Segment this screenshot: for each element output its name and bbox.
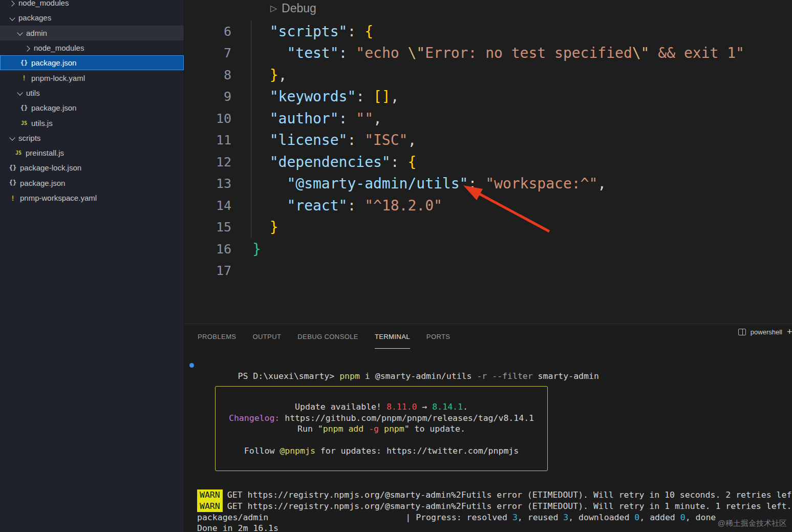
token: Update available! <box>295 402 387 412</box>
token: , <box>597 175 606 192</box>
token: Error: no test specified <box>425 45 632 61</box>
token <box>252 110 270 127</box>
token: : <box>468 175 485 192</box>
tree-item-package.json[interactable]: {}package.json <box>0 100 184 115</box>
file-label: package-lock.json <box>20 163 81 172</box>
tree-item-utils[interactable]: utils <box>0 86 184 100</box>
tree-item-package.json[interactable]: {}package.json <box>0 176 184 190</box>
warn-messages: WARNGET https://registry.npmjs.org/@smar… <box>197 490 792 512</box>
code-line-11[interactable]: 11 "license": "ISC", <box>184 130 792 152</box>
code-text: "scripts": { <box>231 23 373 40</box>
code-line-12[interactable]: 12 "dependencies": { <box>184 151 792 173</box>
tree-item-packages[interactable]: packages <box>0 10 184 25</box>
tree-item-pnpm-lock.yaml[interactable]: !pnpm-lock.yaml <box>0 70 184 85</box>
debug-play-icon: ▷ <box>270 3 277 14</box>
tree-item-node-modules[interactable]: node_modules <box>0 0 184 10</box>
warning-icon: ! <box>8 194 17 202</box>
token: PS D:\xuexi\smarty> <box>238 371 339 381</box>
token: . <box>463 402 468 412</box>
json-icon: {} <box>8 164 17 172</box>
token: Changelog: <box>229 413 285 423</box>
command-indicator-dot <box>189 363 194 368</box>
js-icon: JS <box>14 150 23 156</box>
json-icon: {} <box>19 59 29 67</box>
token: @pnpmjs <box>280 446 315 456</box>
warn-badge: WARN <box>197 490 223 501</box>
token: packages/admin <box>197 513 268 522</box>
token: , done <box>686 513 716 522</box>
token: 3 <box>563 513 568 522</box>
code-line-6[interactable]: 6 "scripts": { <box>184 20 792 42</box>
line-number: 12 <box>184 155 231 169</box>
code-line-17[interactable]: 17 <box>184 260 792 282</box>
token: } <box>252 241 261 258</box>
code-line-8[interactable]: 8 }, <box>184 64 792 86</box>
token: , downloaded <box>568 513 634 522</box>
token: "keywords" <box>270 88 356 105</box>
token <box>252 67 270 83</box>
code-text: } <box>231 219 279 236</box>
line-number: 13 <box>184 176 231 191</box>
chevron-down-icon <box>8 14 16 22</box>
token: "echo <box>356 45 408 61</box>
token: for updates: https://twitter.com/pnpmjs <box>315 446 519 456</box>
progress-line: packages/admin | Progress: resolved 3, r… <box>197 512 716 523</box>
tree-item-package-lock.json[interactable]: {}package-lock.json <box>0 160 184 175</box>
tree-item-preinstall.js[interactable]: JSpreinstall.js <box>0 145 184 160</box>
token: " to update. <box>404 424 465 434</box>
file-label: packages <box>18 13 51 22</box>
code-area[interactable]: 6 "scripts": {7 "test": "echo \"Error: n… <box>184 20 792 282</box>
tree-item-package.json[interactable]: {}package.json <box>0 55 184 70</box>
tree-item-pnmp-workspace.yaml[interactable]: !pnmp-workspace.yaml <box>0 190 184 205</box>
code-text: } <box>231 241 261 258</box>
code-text: "test": "echo \"Error: no test specified… <box>231 45 744 61</box>
json-icon: {} <box>8 179 17 186</box>
vscode-window: node_modulespackagesadminnode_modules{}p… <box>0 0 792 532</box>
token: : <box>347 23 365 40</box>
code-line-16[interactable]: 16} <box>184 238 792 260</box>
file-label: package.json <box>31 103 76 112</box>
tree-item-admin[interactable]: admin <box>0 26 184 40</box>
token: } <box>270 219 279 236</box>
token: : <box>347 132 365 148</box>
token: , <box>279 67 287 83</box>
line-number: 9 <box>184 89 231 104</box>
file-label: preinstall.js <box>26 148 64 157</box>
token: "license" <box>270 132 348 148</box>
token: "@smarty-admin/utils" <box>287 175 468 192</box>
code-line-9[interactable]: 9 "keywords": [], <box>184 86 792 108</box>
file-label: scripts <box>18 134 40 142</box>
code-text: "react": "^18.2.0" <box>231 197 442 214</box>
token: "dependencies" <box>270 154 391 171</box>
update-notice-line: Follow @pnpmjs for updates: https://twit… <box>216 446 547 457</box>
code-line-13[interactable]: 13 "@smarty-admin/utils": "workspace:^", <box>184 173 792 195</box>
token <box>252 88 270 105</box>
tree-item-scripts[interactable]: scripts <box>0 131 184 145</box>
code-text: "license": "ISC", <box>231 132 416 148</box>
warning-icon: ! <box>19 74 29 82</box>
token: , <box>373 110 382 127</box>
code-line-10[interactable]: 10 "author": "", <box>184 108 792 130</box>
token: \" <box>632 45 650 61</box>
chevron-right-icon <box>24 44 32 52</box>
token: : <box>339 110 356 127</box>
chevron-down-icon <box>16 29 24 37</box>
tree-item-utils.js[interactable]: JSutils.js <box>0 115 184 130</box>
token: , <box>391 88 399 105</box>
token <box>252 154 270 171</box>
code-line-15[interactable]: 15 } <box>184 217 792 239</box>
editor-pane[interactable]: ▷ Debug 6 "scripts": {7 "test": "echo \"… <box>184 0 792 324</box>
code-line-14[interactable]: 14 "react": "^18.2.0" <box>184 195 792 217</box>
token: i @smarty-admin/utils <box>360 371 477 381</box>
file-label: pnpm-lock.yaml <box>31 74 85 82</box>
token: \" <box>408 45 425 61</box>
codelens-debug[interactable]: ▷ Debug <box>270 2 316 15</box>
code-line-7[interactable]: 7 "test": "echo \"Error: no test specifi… <box>184 42 792 65</box>
terminal-output[interactable]: PS D:\xuexi\smarty> pnpm i @smarty-admin… <box>184 324 792 532</box>
line-number: 17 <box>184 263 231 278</box>
tree-item-node-modules[interactable]: node_modules <box>0 40 184 55</box>
token: [] <box>373 88 391 105</box>
warn-line: WARNGET https://registry.npmjs.org/@smar… <box>197 501 792 512</box>
update-notice-line: Changelog: https://github.com/pnpm/pnpm/… <box>216 413 547 424</box>
token: "test" <box>287 45 338 61</box>
